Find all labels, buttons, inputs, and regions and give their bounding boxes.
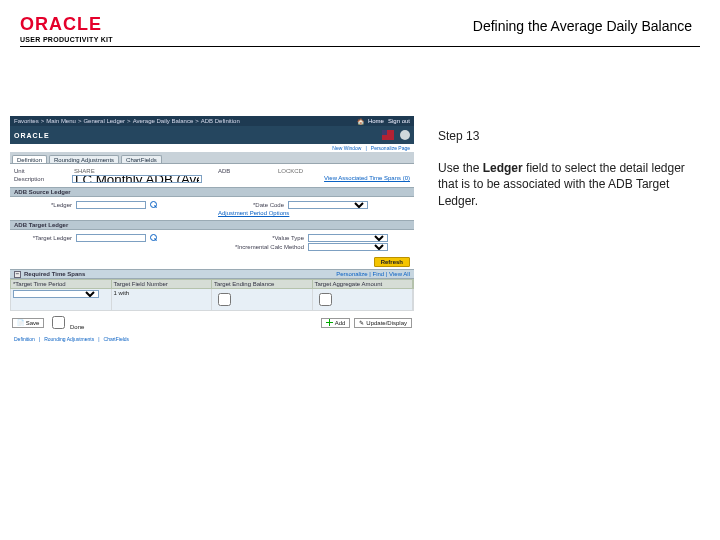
search-icon[interactable] [150,201,158,209]
section-source-ledger: ADB Source Ledger [10,187,414,197]
brand-bar: ORACLE [10,126,414,144]
adb-label: ADB [218,168,272,174]
adj-period-link[interactable]: Adjustment Period Options [218,210,289,216]
table-row: 1 with [10,289,414,311]
description-input[interactable] [72,175,202,183]
target-ledger-input[interactable] [76,234,146,242]
unit-label: Unit [14,168,68,174]
save-button[interactable]: 📄 Save [12,318,44,328]
tab-rounding[interactable]: Rounding Adjustments [49,155,119,163]
personalize-link[interactable]: Personalize [336,271,367,277]
value-type-label: *Value Type [218,235,304,241]
update-display-button[interactable]: ✎ Update/Display [354,318,412,328]
bc-favorites[interactable]: Favorites [14,118,39,124]
col-target-period: *Target Time Period [11,280,112,288]
flag-icon[interactable] [382,130,394,140]
done-checkbox-label: Done [48,313,84,332]
bc-adb[interactable]: Average Daily Balance [133,118,194,124]
plus-icon [326,319,333,326]
source-ledger-input[interactable] [76,201,146,209]
aggregate-checkbox[interactable] [319,293,332,306]
footlink-rounding[interactable]: Rounding Adjustments [44,336,94,342]
ending-balance-checkbox[interactable] [218,293,231,306]
new-window-link[interactable]: New Window [332,145,361,151]
step-number: Step 13 [438,128,698,144]
col-aggregate: Target Aggregate Amount [313,280,414,288]
find-link[interactable]: Find [373,271,385,277]
header-rule [20,46,700,47]
calc-method-select[interactable] [308,243,388,251]
footlink-chartfields[interactable]: ChartFields [104,336,130,342]
bc-gl[interactable]: General Ledger [83,118,125,124]
instruction-text: Use the Ledger field to select the detai… [438,160,698,209]
col-field-number: Target Field Number [112,280,213,288]
search-icon[interactable] [150,234,158,242]
refresh-button[interactable]: Refresh [374,257,410,267]
tab-definition[interactable]: Definition [12,155,47,163]
col-ending-balance: Target Ending Balance [212,280,313,288]
calc-method-label: *Incremental Calc Method [218,244,304,250]
value-type-select[interactable] [308,234,388,242]
signout-link[interactable]: Sign out [388,118,410,124]
tab-chartfields[interactable]: ChartFields [121,155,162,163]
section-timespans: − Required Time Spans Personalize | Find… [10,269,414,279]
source-ledger-label: *Ledger [14,202,72,208]
page-title: Defining the Average Daily Balance [473,18,692,34]
footlink-definition[interactable]: Definition [14,336,35,342]
viewall-link[interactable]: View All [389,271,410,277]
date-code-select[interactable] [288,201,368,209]
home-link[interactable]: Home [368,118,384,124]
breadcrumb-bar: Favorites> Main Menu> General Ledger> Av… [10,116,414,126]
upk-subtitle: USER PRODUCTIVITY KIT [20,36,113,43]
date-code-label: *Date Code [218,202,284,208]
unit-value: SHARE [72,168,102,174]
adb-value: LOCKCD [276,168,306,174]
target-period-select[interactable] [13,290,99,298]
target-ledger-label: *Target Ledger [14,235,72,241]
done-checkbox[interactable] [52,316,65,329]
view-timespans-link[interactable]: View Associated Time Spans (0) [324,175,410,181]
gear-icon[interactable] [400,130,410,140]
field-number-cell: 1 with [112,289,213,310]
collapse-icon[interactable]: − [14,271,21,278]
bc-main-menu[interactable]: Main Menu [46,118,76,124]
section-target-ledger: ADB Target Ledger [10,220,414,230]
bc-adbdef[interactable]: ADB Definition [201,118,240,124]
home-icon[interactable]: 🏠 [357,118,364,125]
app-screenshot: Favorites> Main Menu> General Ledger> Av… [10,116,414,352]
add-button[interactable]: Add [321,318,351,328]
desc-label: Description [14,176,68,182]
tabs: Definition Rounding Adjustments ChartFie… [10,152,414,164]
oracle-logo: ORACLE [20,14,113,35]
breadcrumb: Favorites> Main Menu> General Ledger> Av… [14,118,240,124]
table-header: *Target Time Period Target Field Number … [10,279,414,289]
personalize-page-link[interactable]: Personalize Page [371,145,410,151]
app-brand: ORACLE [14,132,50,139]
